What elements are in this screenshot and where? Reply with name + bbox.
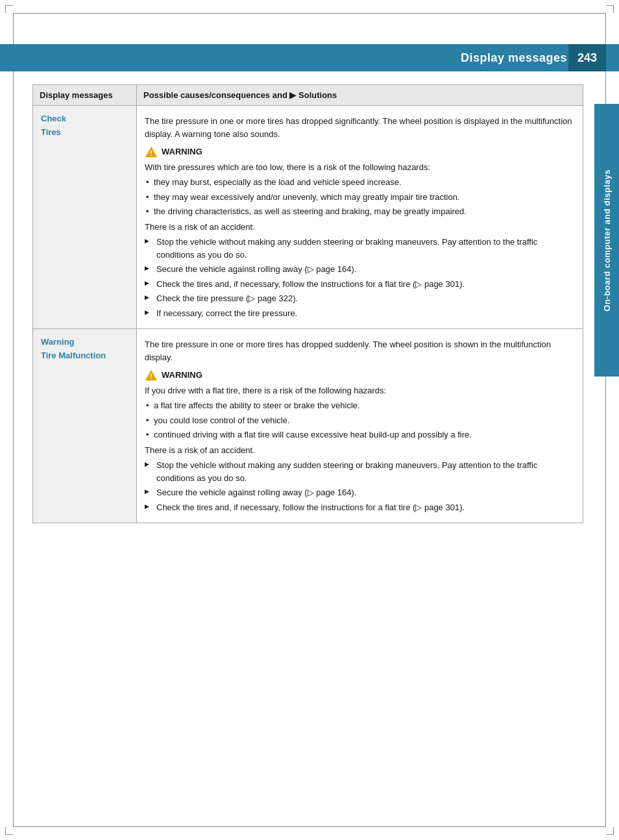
warning-tire-risk: There is a risk of an accident. [145,444,575,457]
table-row-warning-tire: Warning Tire Malfunction The tire pressu… [33,329,583,523]
check-tires-risk: There is a risk of an accident. [145,221,575,234]
list-item: they may wear excessively and/or unevenl… [145,191,575,204]
check-tires-content: The tire pressure in one or more tires h… [137,106,583,329]
side-tab-label: On-board computer and displays [602,169,612,312]
warning-label-1: WARNING [162,145,202,158]
warning-triangle-icon-2: ! [145,369,158,381]
page-number: 243 [568,44,606,71]
col2-header: Possible causes/consequences and ▶ Solut… [137,85,583,106]
warning-tire-label: Warning Tire Malfunction [33,329,137,523]
svg-text:!: ! [150,373,152,380]
page-border-top [13,13,606,14]
header-title: Display messages [461,51,567,65]
corner-mark-tr [606,5,614,13]
page-border-left [13,13,14,827]
content-table: Display messages Possible causes/consequ… [32,84,583,523]
list-item: Check the tires and, if necessary, follo… [145,501,575,514]
main-content: Display messages Possible causes/consequ… [32,84,583,788]
list-item: they may burst, especially as the load a… [145,176,575,189]
page-border-bottom [13,826,606,827]
list-item: a flat tire affects the ability to steer… [145,399,575,412]
list-item: Stop the vehicle without making any sudd… [145,459,575,484]
warning-tire-line2: Tire Malfunction [41,351,106,360]
check-tires-warning-text: With tire pressures which are too low, t… [145,161,575,174]
list-item: Stop the vehicle without making any sudd… [145,236,575,261]
warning-tire-content: The tire pressure in one or more tires h… [137,329,583,523]
warning-tire-line1: Warning [41,337,75,347]
list-item: continued driving with a flat tire will … [145,428,575,441]
corner-mark-br [606,827,614,835]
svg-text:!: ! [150,150,152,157]
warning-triangle-icon-1: ! [145,146,158,158]
warning-tire-actions: Stop the vehicle without making any sudd… [145,459,575,513]
check-tires-label: Check Tires [33,106,137,329]
list-item: Secure the vehicle against rolling away … [145,263,575,276]
check-tires-line2: Tires [41,127,61,137]
list-item: you could lose control of the vehicle. [145,414,575,427]
list-item: Check the tire pressure (▷ page 322). [145,292,575,305]
warning-box-2: ! WARNING [145,369,575,382]
list-item: Secure the vehicle against rolling away … [145,486,575,499]
check-tires-actions: Stop the vehicle without making any sudd… [145,236,575,319]
warning-tire-warning-text: If you drive with a flat tire, there is … [145,384,575,397]
check-tires-bullets: they may burst, especially as the load a… [145,176,575,218]
table-row-check-tires: Check Tires The tire pressure in one or … [33,106,583,329]
warning-label-2: WARNING [162,369,202,382]
warning-tire-bullets: a flat tire affects the ability to steer… [145,399,575,441]
check-tires-line1: Check [41,114,66,123]
header-bar: Display messages [0,44,619,71]
list-item: the driving characteristics, as well as … [145,205,575,218]
check-tires-intro: The tire pressure in one or more tires h… [145,115,575,140]
side-tab: On-board computer and displays [594,104,619,377]
list-item: Check the tires and, if necessary, follo… [145,278,575,291]
corner-mark-tl [5,5,13,13]
list-item: If necessary, correct the tire pressure. [145,307,575,320]
col1-header: Display messages [33,85,137,106]
warning-tire-intro: The tire pressure in one or more tires h… [145,338,575,364]
warning-box-1: ! WARNING [145,145,575,158]
corner-mark-bl [5,827,13,835]
